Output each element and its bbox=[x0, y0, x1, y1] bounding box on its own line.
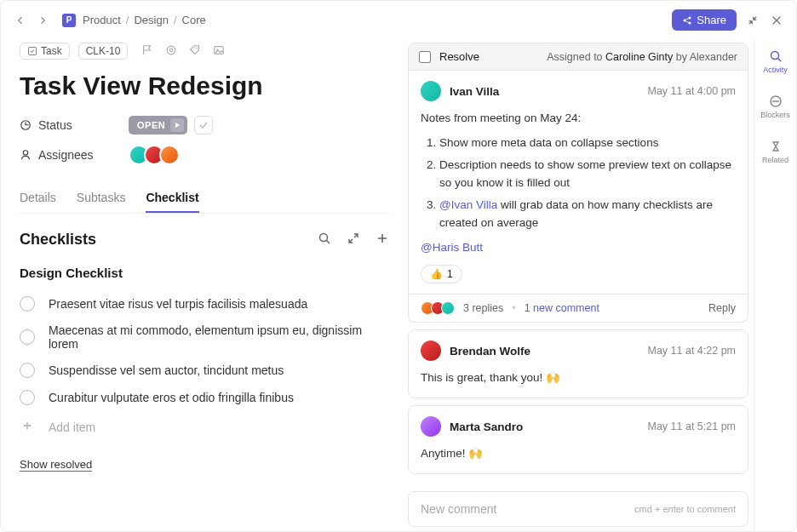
sidebar-item-related[interactable]: Related bbox=[754, 136, 796, 168]
comment-time: May 11 at 4:00 pm bbox=[647, 85, 736, 97]
avatar[interactable] bbox=[159, 145, 180, 165]
comment-time: May 11 at 5:21 pm bbox=[647, 420, 736, 432]
search-icon[interactable] bbox=[318, 232, 331, 248]
collapse-icon[interactable] bbox=[745, 13, 760, 28]
comment-author[interactable]: Brendan Wolfe bbox=[450, 345, 530, 358]
nav-forward[interactable] bbox=[35, 13, 50, 28]
add-checklist-icon[interactable] bbox=[376, 232, 389, 248]
reply-button[interactable]: Reply bbox=[708, 302, 736, 314]
comment-author[interactable]: Ivan Villa bbox=[450, 85, 499, 98]
svg-rect-3 bbox=[29, 48, 37, 55]
breadcrumb-item[interactable]: Core bbox=[182, 14, 206, 26]
app-icon[interactable]: P bbox=[62, 14, 76, 27]
task-title: Task View Redesign bbox=[20, 72, 389, 100]
sidebar-item-blockers[interactable]: Blockers bbox=[754, 91, 796, 123]
assignee-avatars[interactable] bbox=[129, 145, 180, 165]
mention[interactable]: @Haris Butt bbox=[421, 241, 483, 254]
plus-icon bbox=[20, 420, 35, 434]
task-type-badge[interactable]: Task bbox=[20, 43, 70, 60]
breadcrumb: Product / Design / Core bbox=[83, 14, 206, 26]
expand-icon[interactable] bbox=[347, 232, 360, 248]
checklist-item[interactable]: Maecenas at mi commodo, elementum ipsum … bbox=[20, 317, 389, 357]
checklist-name: Design Checklist bbox=[20, 266, 389, 280]
check-circle-icon[interactable] bbox=[20, 329, 35, 345]
tab-details[interactable]: Details bbox=[20, 184, 56, 213]
shortcut-hint: cmd + enter to comment bbox=[634, 504, 736, 514]
new-comment-input[interactable]: cmd + enter to comment bbox=[408, 491, 748, 527]
complete-checkbox[interactable] bbox=[194, 116, 213, 134]
reaction[interactable]: 👍 1 bbox=[421, 265, 462, 283]
comment-time: May 11 at 4:22 pm bbox=[647, 345, 736, 357]
nav-back[interactable] bbox=[13, 13, 28, 28]
checklist-item[interactable]: Suspendisse vel sem auctor, tincidunt me… bbox=[20, 357, 389, 384]
tab-subtasks[interactable]: Subtasks bbox=[77, 184, 126, 213]
reply-count[interactable]: 3 replies bbox=[463, 302, 503, 314]
resolve-label: Resolve bbox=[439, 50, 479, 63]
comment-author[interactable]: Marta Sandro bbox=[450, 420, 523, 433]
avatar[interactable] bbox=[421, 340, 441, 361]
status-pill[interactable]: OPEN bbox=[129, 116, 187, 134]
svg-point-5 bbox=[170, 49, 174, 52]
checklists-heading: Checklists bbox=[20, 231, 96, 249]
comment-field[interactable] bbox=[421, 502, 634, 516]
resolve-bar: Resolve Assigned to Caroline Ginty by Al… bbox=[408, 43, 748, 71]
sidebar-item-activity[interactable]: Activity bbox=[754, 46, 796, 77]
comment: Marta Sandro May 11 at 5:21 pm Anytime! … bbox=[408, 405, 748, 474]
check-circle-icon[interactable] bbox=[20, 363, 35, 378]
svg-point-11 bbox=[320, 234, 328, 242]
svg-point-12 bbox=[771, 52, 778, 60]
checklist-item[interactable]: Curabitur vulputate eros et odio fringil… bbox=[20, 384, 389, 411]
status-label: Status bbox=[20, 118, 129, 132]
share-button[interactable]: Share bbox=[672, 9, 737, 31]
check-circle-icon[interactable] bbox=[20, 390, 35, 405]
target-icon[interactable] bbox=[165, 44, 177, 59]
comment: Brendan Wolfe May 11 at 4:22 pm This is … bbox=[408, 329, 748, 398]
show-resolved-link[interactable]: Show resolved bbox=[20, 458, 92, 472]
image-icon[interactable] bbox=[213, 44, 225, 59]
svg-point-4 bbox=[168, 46, 176, 54]
check-circle-icon[interactable] bbox=[20, 296, 35, 312]
assigned-to: Assigned to Caroline Ginty by Alexander bbox=[547, 51, 737, 63]
svg-point-10 bbox=[23, 151, 27, 155]
new-comment-count[interactable]: 1 new comment bbox=[525, 302, 599, 314]
comment: Ivan Villa May 11 at 4:00 pm Notes from … bbox=[408, 71, 748, 295]
svg-point-2 bbox=[689, 21, 691, 24]
avatar[interactable] bbox=[421, 81, 441, 101]
add-checklist-item[interactable]: Add item bbox=[20, 411, 389, 443]
flag-icon[interactable] bbox=[141, 44, 153, 59]
tag-icon[interactable] bbox=[189, 44, 201, 59]
checklist-item[interactable]: Praesent vitae risus vel turpis facilisi… bbox=[20, 290, 389, 317]
svg-point-6 bbox=[196, 47, 198, 49]
close-icon[interactable] bbox=[769, 13, 784, 28]
avatar[interactable] bbox=[421, 416, 441, 437]
thread-footer: 3 replies • 1 new comment Reply bbox=[408, 295, 748, 323]
tab-checklist[interactable]: Checklist bbox=[146, 184, 198, 213]
resolve-checkbox[interactable] bbox=[419, 51, 431, 63]
task-id[interactable]: CLK-10 bbox=[78, 43, 129, 60]
breadcrumb-item[interactable]: Design bbox=[134, 14, 168, 26]
svg-point-1 bbox=[689, 16, 691, 19]
mention[interactable]: @Ivan Villa bbox=[439, 198, 497, 211]
assignees-label: Assignees bbox=[20, 148, 129, 162]
avatar[interactable] bbox=[441, 301, 455, 315]
breadcrumb-item[interactable]: Product bbox=[83, 14, 121, 26]
